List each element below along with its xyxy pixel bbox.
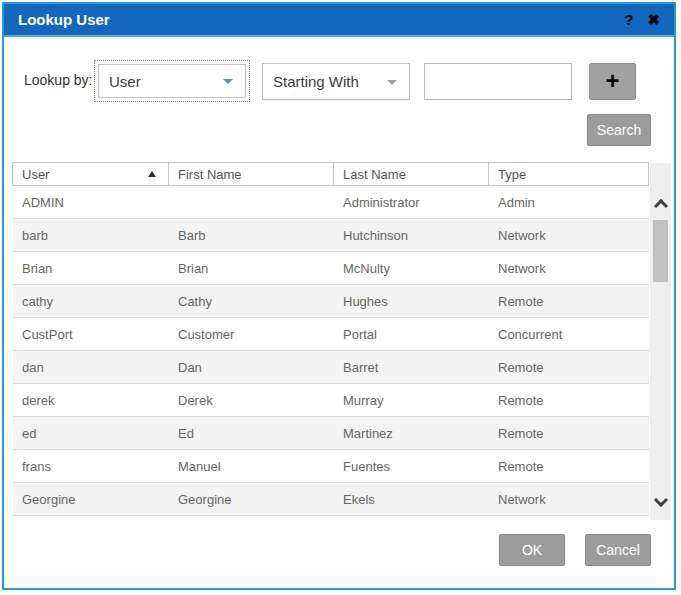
cell-type: Remote <box>489 384 648 416</box>
cell-user: CustPort <box>13 318 169 350</box>
cell-last_name: Martinez <box>334 417 489 449</box>
lookup-field-focus-ring: User <box>94 60 250 102</box>
table-row[interactable]: ADMINAdministratorAdmin <box>13 186 649 219</box>
dialog-titlebar: Lookup User ? ✖ <box>4 4 674 37</box>
cell-user: Georgine <box>13 483 169 515</box>
cell-first_name <box>169 186 334 218</box>
dialog-title: Lookup User <box>18 11 110 28</box>
cell-type: Network <box>489 483 648 515</box>
cell-user: barb <box>13 219 169 251</box>
cell-last_name: Barret <box>334 351 489 383</box>
cell-last_name: McNulty <box>334 252 489 284</box>
cell-first_name: Cathy <box>169 285 334 317</box>
table-row[interactable]: cathyCathyHughesRemote <box>13 285 649 318</box>
cell-user: derek <box>13 384 169 416</box>
table-row[interactable]: GeorgineGeorgineEkelsNetwork <box>13 483 649 516</box>
cancel-button[interactable]: Cancel <box>585 534 651 566</box>
table-row[interactable]: fransManuelFuentesRemote <box>13 450 649 483</box>
cell-user: Brian <box>13 252 169 284</box>
lookup-user-dialog: Lookup User ? ✖ Lookup by: User Starting… <box>2 2 676 590</box>
cell-user: frans <box>13 450 169 482</box>
match-type-value: Starting With <box>273 73 359 90</box>
cell-last_name: Portal <box>334 318 489 350</box>
sort-ascending-icon <box>148 171 156 177</box>
cell-user: ADMIN <box>13 186 169 218</box>
table-row[interactable]: BrianBrianMcNultyNetwork <box>13 252 649 285</box>
cell-last_name: Ekels <box>334 483 489 515</box>
lookup-field-select[interactable]: User <box>98 64 246 98</box>
scrollbar-thumb[interactable] <box>653 220 668 282</box>
table-row[interactable]: barbBarbHutchinsonNetwork <box>13 219 649 252</box>
match-type-select[interactable]: Starting With <box>262 63 410 100</box>
cell-first_name: Derek <box>169 384 334 416</box>
results-table: User First Name Last Name Type ADMINAdmi… <box>12 162 649 516</box>
cell-user: ed <box>13 417 169 449</box>
search-button[interactable]: Search <box>587 114 651 146</box>
chevron-down-icon <box>387 80 397 85</box>
chevron-down-icon <box>223 79 233 84</box>
cell-first_name: Barb <box>169 219 334 251</box>
ok-button[interactable]: OK <box>499 534 565 566</box>
cell-last_name: Murray <box>334 384 489 416</box>
column-header-first-name[interactable]: First Name <box>169 163 334 185</box>
cell-type: Remote <box>489 417 648 449</box>
lookup-field-value: User <box>109 73 141 90</box>
cell-type: Network <box>489 219 648 251</box>
close-icon[interactable]: ✖ <box>647 12 660 27</box>
cell-type: Remote <box>489 450 648 482</box>
cell-first_name: Manuel <box>169 450 334 482</box>
column-header-user[interactable]: User <box>13 163 169 185</box>
table-body: ADMINAdministratorAdminbarbBarbHutchinso… <box>12 186 649 516</box>
table-row[interactable]: danDanBarretRemote <box>13 351 649 384</box>
lookup-by-label: Lookup by: <box>24 72 93 88</box>
table-row[interactable]: CustPortCustomerPortalConcurrent <box>13 318 649 351</box>
cell-first_name: Ed <box>169 417 334 449</box>
cell-first_name: Georgine <box>169 483 334 515</box>
cell-last_name: Fuentes <box>334 450 489 482</box>
search-term-input[interactable] <box>424 63 572 100</box>
table-header-row: User First Name Last Name Type <box>12 162 649 186</box>
help-icon[interactable]: ? <box>624 12 633 27</box>
cell-type: Network <box>489 252 648 284</box>
add-criteria-button[interactable]: + <box>589 63 636 100</box>
scroll-up-icon[interactable] <box>655 199 665 209</box>
scroll-down-icon[interactable] <box>655 496 665 506</box>
table-row[interactable]: derekDerekMurrayRemote <box>13 384 649 417</box>
table-row[interactable]: edEdMartinezRemote <box>13 417 649 450</box>
cell-type: Remote <box>489 285 648 317</box>
column-header-last-name[interactable]: Last Name <box>334 163 489 185</box>
cell-type: Remote <box>489 351 648 383</box>
cell-last_name: Administrator <box>334 186 489 218</box>
column-header-type[interactable]: Type <box>489 163 648 185</box>
cell-user: cathy <box>13 285 169 317</box>
cell-user: dan <box>13 351 169 383</box>
cell-type: Concurrent <box>489 318 648 350</box>
cell-last_name: Hutchinson <box>334 219 489 251</box>
cell-first_name: Customer <box>169 318 334 350</box>
cell-type: Admin <box>489 186 648 218</box>
cell-first_name: Brian <box>169 252 334 284</box>
cell-last_name: Hughes <box>334 285 489 317</box>
vertical-scrollbar[interactable] <box>650 163 671 520</box>
cell-first_name: Dan <box>169 351 334 383</box>
